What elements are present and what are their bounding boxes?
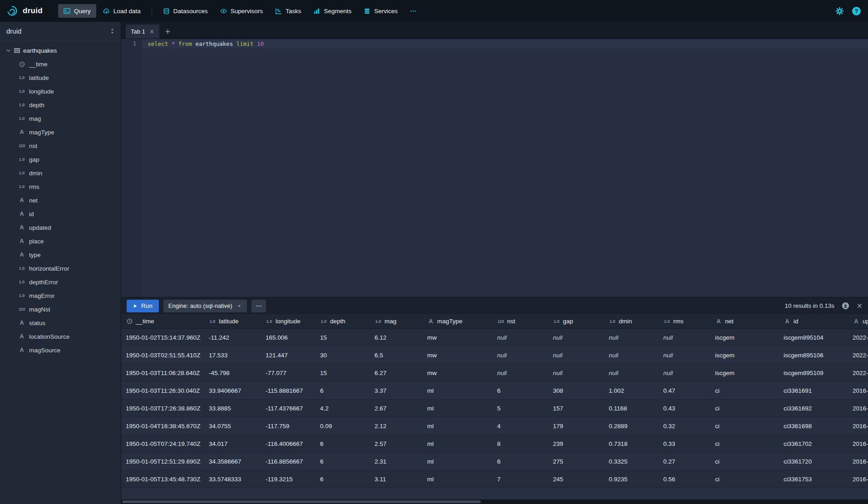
- table-cell[interactable]: -45.798: [204, 364, 261, 381]
- chevron-down-icon[interactable]: [6, 48, 11, 53]
- table-cell[interactable]: iscgem895109: [779, 364, 848, 381]
- table-cell[interactable]: 0.1168: [604, 400, 659, 417]
- table-cell[interactable]: 1950-01-02T15:14:37.960Z: [121, 329, 204, 346]
- table-cell[interactable]: ci3361692: [779, 400, 848, 417]
- table-cell[interactable]: 2.12: [370, 417, 423, 435]
- table-cell[interactable]: 33.8885: [204, 400, 261, 417]
- table-cell[interactable]: -11.242: [204, 329, 261, 346]
- column-item-place[interactable]: Aplace: [0, 234, 121, 248]
- column-header-net[interactable]: Anet: [710, 314, 779, 328]
- scrollbar-thumb[interactable]: [122, 500, 481, 503]
- column-item-gap[interactable]: 1.0gap: [0, 153, 121, 166]
- table-cell[interactable]: ci3361702: [779, 435, 848, 452]
- column-item-status[interactable]: Astatus: [0, 316, 121, 330]
- table-cell[interactable]: 7: [493, 470, 548, 488]
- table-cell[interactable]: 0.9235: [604, 470, 659, 488]
- column-item-id[interactable]: Aid: [0, 207, 121, 221]
- help-icon[interactable]: ?: [852, 7, 861, 15]
- table-cell[interactable]: 308: [548, 382, 604, 399]
- table-cell[interactable]: 1.002: [604, 382, 659, 399]
- table-cell[interactable]: 1950-01-03T17:26:38.860Z: [121, 400, 204, 417]
- table-cell[interactable]: ml: [423, 382, 493, 399]
- table-cell[interactable]: -117.4376667: [261, 400, 316, 417]
- table-cell[interactable]: 15: [316, 329, 370, 346]
- table-cell[interactable]: ml: [423, 435, 493, 452]
- table-cell[interactable]: 165.006: [261, 329, 316, 346]
- nav-item-load-data[interactable]: Load data: [98, 4, 146, 18]
- table-cell[interactable]: 6.12: [370, 329, 423, 346]
- table-cell[interactable]: 239: [548, 435, 604, 452]
- table-cell[interactable]: 157: [548, 400, 604, 417]
- table-cell[interactable]: iscgem: [710, 346, 779, 364]
- table-cell[interactable]: 121.447: [261, 346, 316, 364]
- sql-editor[interactable]: 1 select * from earthquakes limit 10: [121, 39, 868, 297]
- table-cell[interactable]: 1950-01-05T07:24:19.740Z: [121, 435, 204, 452]
- table-cell[interactable]: 1950-01-03T11:26:30.040Z: [121, 382, 204, 399]
- table-cell[interactable]: -116.8856667: [261, 453, 316, 470]
- table-cell[interactable]: 4.2: [316, 400, 370, 417]
- table-cell[interactable]: 0.09: [316, 417, 370, 435]
- column-item-mag[interactable]: 1.0mag: [0, 112, 121, 125]
- table-cell[interactable]: 34.017: [204, 435, 261, 452]
- tab-tab-1[interactable]: Tab 1: [126, 25, 159, 39]
- table-cell[interactable]: 275: [548, 453, 604, 470]
- table-cell[interactable]: mw: [423, 329, 493, 346]
- table-cell[interactable]: 2016-0: [848, 382, 868, 399]
- gear-icon[interactable]: [835, 7, 844, 15]
- column-header-updated[interactable]: Aupdated: [848, 314, 868, 328]
- table-cell[interactable]: 2016-0: [848, 470, 868, 488]
- column-header-depth[interactable]: 1.0depth: [316, 314, 370, 328]
- table-cell[interactable]: -119.3215: [261, 470, 316, 488]
- table-cell[interactable]: -115.8881667: [261, 382, 316, 399]
- column-item-latitude[interactable]: 1.0latitude: [0, 71, 121, 84]
- query-more-button[interactable]: [252, 300, 266, 312]
- table-cell[interactable]: 0.56: [659, 470, 710, 488]
- table-cell[interactable]: 2016-0: [848, 417, 868, 435]
- table-cell[interactable]: 0.27: [659, 453, 710, 470]
- table-cell[interactable]: 3.37: [370, 382, 423, 399]
- table-cell[interactable]: 1950-01-05T13:45:48.730Z: [121, 470, 204, 488]
- column-item-deptherror[interactable]: 1.0depthError: [0, 275, 121, 289]
- table-cell[interactable]: iscgem895104: [779, 329, 848, 346]
- column-item-net[interactable]: Anet: [0, 193, 121, 207]
- table-cell[interactable]: 0.43: [659, 400, 710, 417]
- table-cell[interactable]: ci: [710, 470, 779, 488]
- table-cell[interactable]: 6: [316, 435, 370, 452]
- table-cell[interactable]: null: [604, 364, 659, 381]
- column-item-depth[interactable]: 1.0depth: [0, 98, 121, 112]
- table-cell[interactable]: 33.9406667: [204, 382, 261, 399]
- table-cell[interactable]: ci: [710, 382, 779, 399]
- table-cell[interactable]: null: [548, 346, 604, 364]
- table-cell[interactable]: 0.2889: [604, 417, 659, 435]
- column-item-horizontalerror[interactable]: 1.0horizontalError: [0, 262, 121, 275]
- table-cell[interactable]: 6.27: [370, 364, 423, 381]
- column-item-magerror[interactable]: 1.0magError: [0, 289, 121, 302]
- table-cell[interactable]: iscgem: [710, 329, 779, 346]
- nav-item-more[interactable]: [404, 4, 422, 18]
- table-cell[interactable]: 6: [493, 453, 548, 470]
- table-cell[interactable]: null: [659, 346, 710, 364]
- table-cell[interactable]: ci3361720: [779, 453, 848, 470]
- double-caret-vertical-icon[interactable]: [109, 28, 115, 34]
- table-cell[interactable]: 2016-0: [848, 435, 868, 452]
- table-cell[interactable]: ml: [423, 417, 493, 435]
- table-cell[interactable]: -77.077: [261, 364, 316, 381]
- column-header-longitude[interactable]: 1.0longitude: [261, 314, 316, 328]
- column-item-longitude[interactable]: 1.0longitude: [0, 84, 121, 98]
- table-cell[interactable]: null: [548, 329, 604, 346]
- table-cell[interactable]: null: [493, 329, 548, 346]
- table-cell[interactable]: 0.47: [659, 382, 710, 399]
- table-cell[interactable]: 2016-0: [848, 453, 868, 470]
- table-cell[interactable]: 1950-01-03T02:51:55.410Z: [121, 346, 204, 364]
- table-cell[interactable]: 0.33: [659, 435, 710, 452]
- table-cell[interactable]: 1950-01-04T16:38:45.670Z: [121, 417, 204, 435]
- table-cell[interactable]: ci: [710, 435, 779, 452]
- table-cell[interactable]: iscgem895106: [779, 346, 848, 364]
- column-header-mag[interactable]: 1.0mag: [370, 314, 423, 328]
- column-item-magnst[interactable]: 123magNst: [0, 302, 121, 316]
- column-item-locationsource[interactable]: AlocationSource: [0, 330, 121, 343]
- table-cell[interactable]: ci3361691: [779, 382, 848, 399]
- table-cell[interactable]: null: [493, 364, 548, 381]
- table-cell[interactable]: 2022-0: [848, 346, 868, 364]
- table-cell[interactable]: 2022-0: [848, 364, 868, 381]
